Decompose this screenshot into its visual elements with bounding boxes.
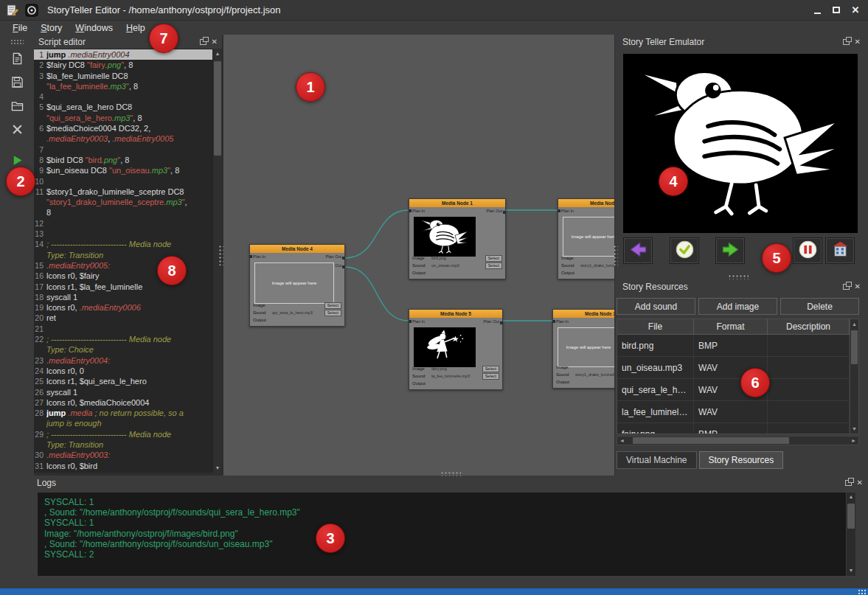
code-line[interactable]: "story1_drako_luminelle_sceptre.mp3", xyxy=(34,197,213,207)
table-hscroll[interactable]: ◄ ► xyxy=(617,436,859,445)
table-row[interactable]: bird.pngBMP xyxy=(617,335,850,357)
table-body[interactable]: bird.pngBMPun_oiseau.mp3WAVqui_sera_le_h… xyxy=(617,335,850,434)
scrollbar-thumb[interactable] xyxy=(847,504,855,529)
tab-virtual-machine[interactable]: Virtual Machine xyxy=(617,451,697,469)
next-button[interactable] xyxy=(715,237,745,264)
scroll-up-icon[interactable]: ▲ xyxy=(213,49,222,58)
code-line[interactable]: 8 xyxy=(34,207,213,218)
add-sound-button[interactable]: Add sound xyxy=(617,298,695,315)
code-line[interactable]: Type: Transition xyxy=(34,439,213,450)
select-button[interactable]: Select xyxy=(482,373,499,380)
code-line[interactable]: "la_fee_luminelle.mp3", 8 xyxy=(34,81,213,91)
select-button[interactable]: Select xyxy=(485,255,502,262)
media-node[interactable]: Media Node 5Plan InPlan OutImagefairy.pn… xyxy=(409,309,503,390)
scroll-down-icon[interactable]: ▼ xyxy=(847,566,855,576)
code-line[interactable]: 23.mediaEntry0004: xyxy=(34,355,213,366)
code-line[interactable]: 25lcons r1, $qui_sera_le_hero xyxy=(34,376,213,386)
code-line[interactable]: Type: Transition xyxy=(34,250,213,260)
code-line[interactable]: 10 xyxy=(34,176,213,187)
table-row[interactable]: fairy.pngBMP xyxy=(617,423,850,434)
code-line[interactable]: 2$fairy DC8 "fairy.png", 8 xyxy=(34,60,213,70)
scrollbar-thumb[interactable] xyxy=(633,437,789,444)
input-port[interactable] xyxy=(409,320,412,323)
undock-icon[interactable] xyxy=(845,480,852,486)
code-line[interactable]: 29; ---------------------------- Media n… xyxy=(34,429,213,439)
code-line[interactable]: 8$bird DC8 "bird.png", 8 xyxy=(34,155,213,165)
code-line[interactable]: 32lcons r1, $un_oiseau xyxy=(34,471,213,473)
menu-help[interactable]: Help xyxy=(119,23,152,33)
code-line[interactable]: 6$mediaChoice0004 DC32, 2, xyxy=(34,123,213,133)
code-line[interactable]: 27lcons r0, $mediaChoice0004 xyxy=(34,397,213,408)
code-line[interactable]: 3$la_fee_luminelle DC8 xyxy=(34,71,213,81)
select-button[interactable]: Select xyxy=(482,366,499,372)
media-node[interactable]: Media Node 4Plan InPlan OutPlan OutImage… xyxy=(249,244,345,327)
undock-icon[interactable] xyxy=(843,284,850,290)
table-row[interactable]: qui_sera_le_hero.mp3WAV xyxy=(617,379,850,401)
table-row[interactable]: un_oiseau.mp3WAV xyxy=(617,357,850,379)
scroll-up-icon[interactable]: ▲ xyxy=(850,319,858,329)
menu-story[interactable]: Story xyxy=(34,23,69,33)
home-button[interactable] xyxy=(825,237,855,264)
code-line[interactable]: 7 xyxy=(34,145,213,155)
code-line[interactable]: 12 xyxy=(34,218,213,229)
splitter-grip-left[interactable] xyxy=(218,245,223,265)
minimize-button[interactable] xyxy=(808,2,827,18)
code-line[interactable]: 13 xyxy=(34,229,213,239)
add-image-button[interactable]: Add image xyxy=(698,298,777,315)
code-line[interactable]: 1jump .mediaEntry0004 xyxy=(34,49,213,60)
scrollbar-thumb[interactable] xyxy=(214,61,221,156)
code-line[interactable]: 28jump .media ; no return possible, so a xyxy=(34,408,213,418)
pause-button[interactable] xyxy=(793,237,822,264)
open-button[interactable] xyxy=(6,97,28,116)
input-port[interactable] xyxy=(558,209,560,212)
input-port[interactable] xyxy=(249,255,252,258)
code-line[interactable]: 19lcons r0, .mediaEntry0006 xyxy=(34,302,213,313)
code-line[interactable]: 21 xyxy=(34,324,213,334)
input-port[interactable] xyxy=(409,209,412,212)
table-vscroll[interactable]: ▲ ▼ xyxy=(850,319,858,434)
code-line[interactable]: .mediaEntry0003, .mediaEntry0005 xyxy=(34,133,213,144)
scroll-left-icon[interactable]: ◄ xyxy=(617,436,627,445)
code-line[interactable]: 9$un_oiseau DC8 "un_oiseau.mp3", 8 xyxy=(34,165,213,175)
column-header[interactable]: Format xyxy=(694,319,768,334)
maximize-button[interactable] xyxy=(827,2,846,18)
code-line[interactable]: 4 xyxy=(34,91,213,102)
splitter-grip-bottom[interactable] xyxy=(440,471,461,476)
code-line[interactable]: 20ret xyxy=(34,313,213,323)
input-port[interactable] xyxy=(552,320,555,323)
output-port[interactable] xyxy=(342,257,345,260)
menu-windows[interactable]: Windows xyxy=(69,23,119,33)
resize-grip[interactable] xyxy=(858,589,866,594)
media-node[interactable]: Media Node 2Plan InPlan OutImage will ap… xyxy=(558,198,615,279)
panel-close-icon[interactable]: ✕ xyxy=(855,38,861,46)
undock-icon[interactable] xyxy=(843,39,850,45)
new-script-button[interactable] xyxy=(6,50,28,69)
node-canvas[interactable]: Media Node 4Plan InPlan OutPlan OutImage… xyxy=(223,35,615,476)
code-line[interactable]: 11$story1_drako_luminelle_sceptre DC8 xyxy=(34,187,213,197)
panel-close-icon[interactable]: ✕ xyxy=(212,38,218,46)
output-port[interactable] xyxy=(342,265,345,268)
code-line[interactable]: 22; ---------------------------- Media n… xyxy=(34,334,213,344)
splitter-grip-emulator[interactable] xyxy=(728,274,749,279)
code-line[interactable]: 18syscall 1 xyxy=(34,292,213,302)
scroll-down-icon[interactable]: ▼ xyxy=(850,424,858,434)
select-button[interactable]: Select xyxy=(324,310,341,316)
code-line[interactable]: jump is enough xyxy=(34,418,213,428)
scroll-down-icon[interactable]: ▼ xyxy=(213,463,222,473)
output-port[interactable] xyxy=(503,211,506,214)
code-line[interactable]: Type: Choice xyxy=(34,344,213,355)
table-row[interactable]: la_fee_luminelle.mp3WAV xyxy=(617,401,850,423)
panel-close-icon[interactable]: ✕ xyxy=(857,479,863,487)
scroll-right-icon[interactable]: ► xyxy=(849,436,858,445)
scrollbar-track[interactable] xyxy=(847,502,855,566)
panel-close-icon[interactable]: ✕ xyxy=(855,283,861,290)
logs-output[interactable]: SYSCALL: 1, Sound: "/home/anthony/ostpro… xyxy=(37,492,856,577)
select-button[interactable]: Select xyxy=(324,302,341,309)
menu-file[interactable]: File xyxy=(6,23,34,33)
undock-icon[interactable] xyxy=(200,39,206,45)
media-node[interactable]: Media Node 1Plan InPlan OutImagebird.png… xyxy=(409,198,506,279)
column-header[interactable]: File xyxy=(617,319,694,334)
toolbar-grip[interactable] xyxy=(10,39,24,44)
save-button[interactable] xyxy=(6,74,28,93)
scrollbar-track[interactable] xyxy=(850,329,858,424)
